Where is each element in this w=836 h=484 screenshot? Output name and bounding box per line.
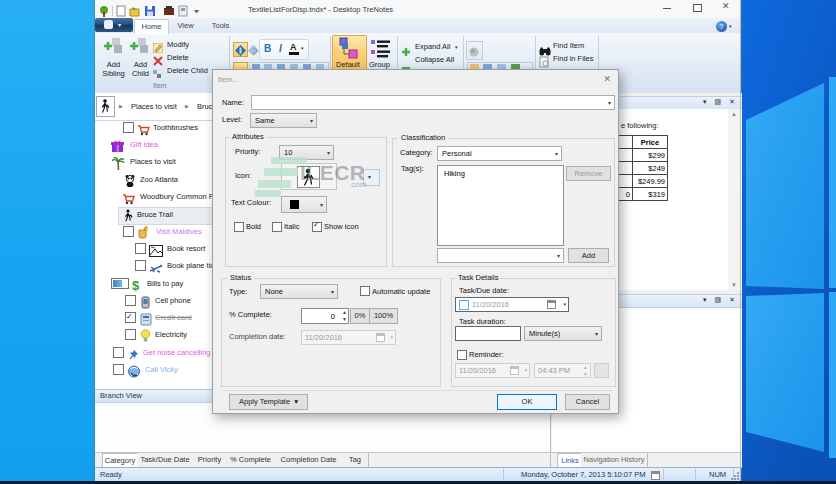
svg-text:$: $: [132, 278, 140, 292]
